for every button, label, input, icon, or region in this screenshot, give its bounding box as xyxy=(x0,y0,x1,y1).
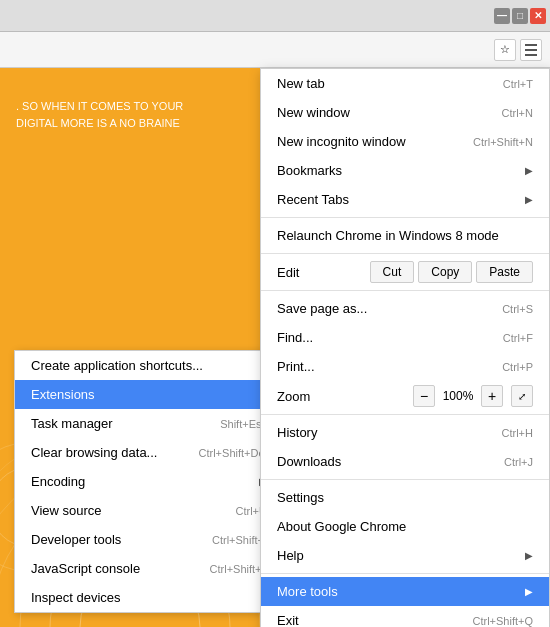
submenu-item[interactable]: Create application shortcuts... xyxy=(15,351,283,380)
submenu-item[interactable]: Encoding▶ xyxy=(15,467,283,496)
edit-label: Edit xyxy=(277,265,366,280)
submenu-item[interactable]: Developer toolsCtrl+Shift+I xyxy=(15,525,283,554)
zoom-value: 100% xyxy=(439,389,477,403)
menu-separator xyxy=(261,479,549,480)
menu-item[interactable]: About Google Chrome xyxy=(261,512,549,541)
main-menu: New tabCtrl+TNew windowCtrl+NNew incogni… xyxy=(260,68,550,627)
copy-button[interactable]: Copy xyxy=(418,261,472,283)
cut-button[interactable]: Cut xyxy=(370,261,415,283)
menu-item[interactable]: Print...Ctrl+P xyxy=(261,352,549,381)
menu-item[interactable]: Save page as...Ctrl+S xyxy=(261,294,549,323)
browser-title-bar: — □ ✕ xyxy=(0,0,550,32)
zoom-in-button[interactable]: + xyxy=(481,385,503,407)
submenu-item[interactable]: Task managerShift+Esc xyxy=(15,409,283,438)
submenu-item[interactable]: Clear browsing data...Ctrl+Shift+Del xyxy=(15,438,283,467)
menu-icon[interactable] xyxy=(520,39,542,61)
address-bar: ☆ xyxy=(0,32,550,68)
zoom-out-button[interactable]: − xyxy=(413,385,435,407)
menu-separator xyxy=(261,414,549,415)
paste-button[interactable]: Paste xyxy=(476,261,533,283)
close-button[interactable]: ✕ xyxy=(530,8,546,24)
star-icon[interactable]: ☆ xyxy=(494,39,516,61)
submenu-item[interactable]: JavaScript consoleCtrl+Shift+J xyxy=(15,554,283,583)
submenu-item[interactable]: View sourceCtrl+U xyxy=(15,496,283,525)
page-subtext: . SO WHEN IT COMES TO YOURDIGITAL MORE I… xyxy=(0,88,280,141)
menu-item-relaunch[interactable]: Relaunch Chrome in Windows 8 mode xyxy=(261,221,549,250)
menu-item[interactable]: New windowCtrl+N xyxy=(261,98,549,127)
minimize-button[interactable]: — xyxy=(494,8,510,24)
menu-separator xyxy=(261,290,549,291)
zoom-row: Zoom − 100% + ⤢ xyxy=(261,381,549,411)
menu-item-more-tools[interactable]: More tools▶ xyxy=(261,577,549,606)
menu-item[interactable]: DownloadsCtrl+J xyxy=(261,447,549,476)
edit-row: Edit Cut Copy Paste xyxy=(261,257,549,287)
menu-separator xyxy=(261,253,549,254)
menu-item[interactable]: New tabCtrl+T xyxy=(261,69,549,98)
zoom-label: Zoom xyxy=(277,389,413,404)
menu-item[interactable]: HistoryCtrl+H xyxy=(261,418,549,447)
menu-item[interactable]: Find...Ctrl+F xyxy=(261,323,549,352)
maximize-button[interactable]: □ xyxy=(512,8,528,24)
menu-item[interactable]: Recent Tabs▶ xyxy=(261,185,549,214)
fullscreen-button[interactable]: ⤢ xyxy=(511,385,533,407)
menu-item[interactable]: Settings xyxy=(261,483,549,512)
submenu-item[interactable]: Inspect devices xyxy=(15,583,283,612)
menu-item[interactable]: New incognito windowCtrl+Shift+N xyxy=(261,127,549,156)
menu-item[interactable]: Help▶ xyxy=(261,541,549,570)
zoom-controls: − 100% + ⤢ xyxy=(413,385,533,407)
menu-separator xyxy=(261,217,549,218)
menu-item[interactable]: Bookmarks▶ xyxy=(261,156,549,185)
menu-item-exit[interactable]: ExitCtrl+Shift+Q xyxy=(261,606,549,627)
submenu-item[interactable]: Extensions xyxy=(15,380,283,409)
page-heading xyxy=(0,68,280,88)
more-tools-submenu: Create application shortcuts...Extension… xyxy=(14,350,284,613)
menu-separator xyxy=(261,573,549,574)
